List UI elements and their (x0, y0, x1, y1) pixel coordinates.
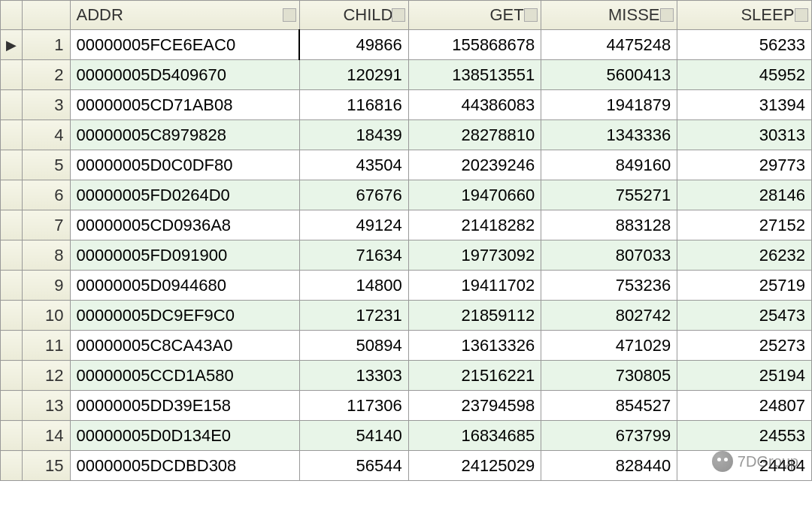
table-row[interactable]: 1200000005CCD1A5801330321516221730805251… (1, 361, 812, 391)
cell-addr[interactable]: 00000005D5409670 (70, 60, 299, 90)
table-row[interactable]: 1000000005DC9EF9C01723121859112802742254… (1, 301, 812, 331)
column-header-gets[interactable]: GETS (408, 1, 541, 30)
cell-sleeps[interactable]: 25194 (677, 361, 812, 391)
sort-indicator-icon[interactable] (283, 8, 296, 22)
row-indicator[interactable] (1, 361, 23, 391)
cell-misses[interactable]: 854527 (541, 391, 677, 421)
row-number[interactable]: 2 (23, 60, 70, 90)
cell-addr[interactable]: 00000005DCDBD308 (70, 451, 299, 481)
row-indicator[interactable] (1, 240, 23, 271)
table-row[interactable]: 900000005D094468014800194117027532362571… (1, 271, 812, 301)
cell-addr[interactable]: 00000005D0C0DF80 (70, 150, 299, 180)
cell-gets[interactable]: 16834685 (408, 421, 541, 451)
cell-addr[interactable]: 00000005DD39E158 (70, 391, 299, 421)
table-row[interactable]: 200000005D540967012029113851355156004134… (1, 60, 812, 90)
table-row[interactable]: 500000005D0C0DF8043504202392468491602977… (1, 150, 812, 180)
cell-child[interactable]: 14800 (299, 271, 408, 301)
row-number[interactable]: 8 (23, 240, 70, 271)
cell-sleeps[interactable]: 25473 (677, 301, 812, 331)
row-number[interactable]: 6 (23, 180, 70, 210)
cell-misses[interactable]: 755271 (541, 180, 677, 210)
rownum-header[interactable] (23, 1, 70, 30)
row-indicator[interactable] (1, 271, 23, 301)
cell-gets[interactable]: 13613326 (408, 331, 541, 361)
cell-child[interactable]: 18439 (299, 120, 408, 150)
cell-sleeps[interactable]: 24807 (677, 391, 812, 421)
row-number[interactable]: 9 (23, 271, 70, 301)
sort-indicator-icon[interactable] (392, 8, 405, 22)
table-row[interactable]: 1100000005C8CA43A05089413613326471029252… (1, 331, 812, 361)
row-number[interactable]: 11 (23, 331, 70, 361)
cell-child[interactable]: 50894 (299, 331, 408, 361)
cell-sleeps[interactable]: 25719 (677, 271, 812, 301)
cell-addr[interactable]: 00000005FD0264D0 (70, 180, 299, 210)
row-number[interactable]: 4 (23, 120, 70, 150)
cell-sleeps[interactable]: 28146 (677, 180, 812, 210)
table-row[interactable]: 600000005FD0264D067676194706607552712814… (1, 180, 812, 210)
sort-indicator-icon[interactable] (660, 8, 674, 22)
row-indicator[interactable] (1, 120, 23, 150)
cell-gets[interactable]: 19411702 (408, 271, 541, 301)
cell-gets[interactable]: 23794598 (408, 391, 541, 421)
cell-addr[interactable]: 00000005C8979828 (70, 120, 299, 150)
table-row[interactable]: ▶100000005FCE6EAC04986615586867844752485… (1, 30, 812, 60)
table-row[interactable]: 1400000005D0D134E05414016834685673799245… (1, 421, 812, 451)
cell-addr[interactable]: 00000005FD091900 (70, 240, 299, 271)
row-number[interactable]: 10 (23, 301, 70, 331)
row-number[interactable]: 5 (23, 150, 70, 180)
row-indicator[interactable] (1, 421, 23, 451)
cell-child[interactable]: 43504 (299, 150, 408, 180)
cell-child[interactable]: 67676 (299, 180, 408, 210)
cell-misses[interactable]: 1941879 (541, 90, 677, 120)
cell-gets[interactable]: 24125029 (408, 451, 541, 481)
row-number[interactable]: 3 (23, 90, 70, 120)
row-number[interactable]: 7 (23, 210, 70, 240)
cell-addr[interactable]: 00000005DC9EF9C0 (70, 301, 299, 331)
cell-child[interactable]: 13303 (299, 361, 408, 391)
cell-sleeps[interactable]: 56233 (677, 30, 812, 60)
cell-child[interactable]: 17231 (299, 301, 408, 331)
cell-addr[interactable]: 00000005CD71AB08 (70, 90, 299, 120)
cell-sleeps[interactable]: 45952 (677, 60, 812, 90)
row-indicator[interactable] (1, 301, 23, 331)
cell-child[interactable]: 56544 (299, 451, 408, 481)
row-number[interactable]: 12 (23, 361, 70, 391)
cell-gets[interactable]: 28278810 (408, 120, 541, 150)
row-indicator[interactable] (1, 391, 23, 421)
cell-child[interactable]: 49124 (299, 210, 408, 240)
sort-indicator-icon[interactable] (524, 8, 538, 22)
cell-gets[interactable]: 21516221 (408, 361, 541, 391)
row-indicator[interactable] (1, 210, 23, 240)
cell-gets[interactable]: 138513551 (408, 60, 541, 90)
cell-addr[interactable]: 00000005CD0936A8 (70, 210, 299, 240)
cell-misses[interactable]: 883128 (541, 210, 677, 240)
cell-misses[interactable]: 753236 (541, 271, 677, 301)
cell-gets[interactable]: 21859112 (408, 301, 541, 331)
cell-addr[interactable]: 00000005D0944680 (70, 271, 299, 301)
cell-sleeps[interactable]: 26232 (677, 240, 812, 271)
cell-misses[interactable]: 5600413 (541, 60, 677, 90)
cell-gets[interactable]: 44386083 (408, 90, 541, 120)
row-indicator[interactable] (1, 180, 23, 210)
cell-sleeps[interactable]: 24484 (677, 451, 812, 481)
cell-misses[interactable]: 730805 (541, 361, 677, 391)
column-header-addr[interactable]: ADDR (70, 1, 299, 30)
cell-misses[interactable]: 828440 (541, 451, 677, 481)
cell-child[interactable]: 117306 (299, 391, 408, 421)
cell-misses[interactable]: 4475248 (541, 30, 677, 60)
cell-child[interactable]: 49866 (299, 30, 408, 60)
cell-gets[interactable]: 19773092 (408, 240, 541, 271)
cell-misses[interactable]: 471029 (541, 331, 677, 361)
sort-indicator-icon[interactable] (795, 8, 808, 22)
row-number[interactable]: 1 (23, 30, 70, 60)
table-row[interactable]: 800000005FD09190071634197730928070332623… (1, 240, 812, 271)
cell-sleeps[interactable]: 31394 (677, 90, 812, 120)
cell-child[interactable]: 120291 (299, 60, 408, 90)
table-row[interactable]: 1300000005DD39E1581173062379459885452724… (1, 391, 812, 421)
table-row[interactable]: 300000005CD71AB0811681644386083194187931… (1, 90, 812, 120)
cell-sleeps[interactable]: 27152 (677, 210, 812, 240)
cell-child[interactable]: 71634 (299, 240, 408, 271)
row-indicator[interactable] (1, 150, 23, 180)
cell-addr[interactable]: 00000005C8CA43A0 (70, 331, 299, 361)
cell-child[interactable]: 116816 (299, 90, 408, 120)
